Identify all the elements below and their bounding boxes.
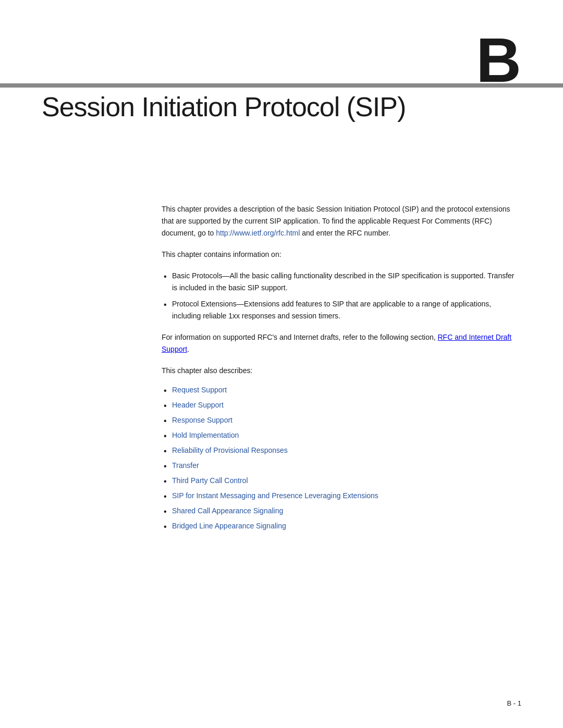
list-item-reliability: Reliability of Provisional Responses [162,445,521,456]
contains-info-text: This chapter contains information on: [162,249,521,260]
list-item-third-party-call-control: Third Party Call Control [162,475,521,487]
chapter-letter: B [476,29,521,91]
request-support-link[interactable]: Request Support [172,386,227,394]
content-area: This chapter provides a description of t… [162,203,521,542]
for-info-text-after: . [187,345,189,353]
list-item-request-support: Request Support [162,384,521,396]
page-container: B Session Initiation Protocol (SIP) This… [0,0,563,728]
page-number: B - 1 [507,699,521,707]
sip-instant-messaging-link[interactable]: SIP for Instant Messaging and Presence L… [172,491,378,500]
list-item-bridged-line-appearance: Bridged Line Appearance Signaling [162,520,521,532]
for-info-text-before: For information on supported RFC's and I… [162,333,438,341]
ietf-link[interactable]: http://www.ietf.org/rfc.html [216,229,300,237]
list-item-header-support: Header Support [162,399,521,411]
list-item-shared-call-appearance: Shared Call Appearance Signaling [162,505,521,517]
bullet-text-basic-protocols: Basic Protocols—All the basic calling fu… [172,272,515,292]
for-info-paragraph: For information on supported RFC's and I… [162,331,521,355]
transfer-link[interactable]: Transfer [172,461,199,470]
chapter-title: Session Initiation Protocol (SIP) [42,91,406,122]
bullet-item-protocol-extensions: Protocol Extensions—Extensions add featu… [162,298,521,322]
chapter-links-list: Request Support Header Support Response … [162,384,521,533]
bridged-line-appearance-link[interactable]: Bridged Line Appearance Signaling [172,522,286,530]
bullet-list: Basic Protocols—All the basic calling fu… [162,270,521,322]
also-describes-text: This chapter also describes: [162,365,521,376]
intro-text-after-link: and enter the RFC number. [300,229,390,237]
header-support-link[interactable]: Header Support [172,401,224,409]
list-item-response-support: Response Support [162,414,521,426]
list-item-sip-instant-messaging: SIP for Instant Messaging and Presence L… [162,490,521,502]
bullet-item-basic-protocols: Basic Protocols—All the basic calling fu… [162,270,521,294]
bullet-text-protocol-extensions: Protocol Extensions—Extensions add featu… [172,300,491,320]
reliability-link[interactable]: Reliability of Provisional Responses [172,446,288,454]
shared-call-appearance-link[interactable]: Shared Call Appearance Signaling [172,507,283,515]
third-party-call-control-link[interactable]: Third Party Call Control [172,476,248,485]
list-item-hold-implementation: Hold Implementation [162,429,521,441]
hold-implementation-link[interactable]: Hold Implementation [172,431,239,439]
list-item-transfer: Transfer [162,460,521,472]
intro-paragraph: This chapter provides a description of t… [162,203,521,239]
response-support-link[interactable]: Response Support [172,416,232,424]
